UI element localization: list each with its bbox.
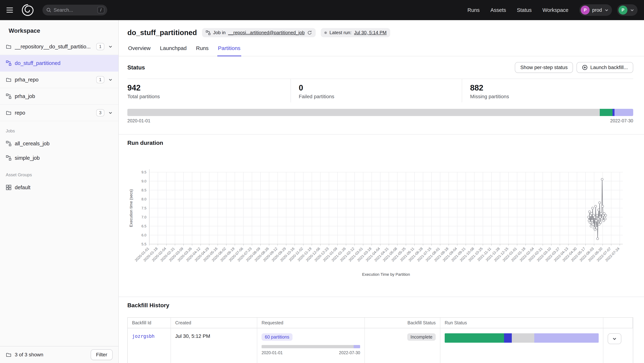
run-duration-chart-wrap: 5.56.06.57.07.58.08.59.09.52020-01-01202… xyxy=(127,150,644,280)
requested-partitions-tag[interactable]: 60 partitions xyxy=(262,333,292,341)
svg-text:6.5: 6.5 xyxy=(142,224,146,228)
job-header: do_stuff_partitioned Job in __reposi...a… xyxy=(119,20,644,37)
svg-text:8.5: 8.5 xyxy=(142,188,146,192)
stat-total-partitions: 942 Total partitions xyxy=(127,79,290,102)
latest-run-label: Latest run: xyxy=(330,30,352,36)
sidebar-item-prha-repo[interactable]: prha_repo 1 xyxy=(0,72,118,88)
svg-text:8.0: 8.0 xyxy=(142,197,146,201)
reload-icon[interactable] xyxy=(307,30,312,35)
chevron-down-icon[interactable] xyxy=(108,110,113,116)
sidebar-footer: 3 of 3 shown Filter xyxy=(0,346,118,363)
folder-icon xyxy=(6,110,12,116)
stat-value: 942 xyxy=(127,83,290,92)
nav-workspace[interactable]: Workspace xyxy=(542,7,568,13)
page-title: do_stuff_partitioned xyxy=(127,28,197,37)
col-created: Created xyxy=(171,318,257,328)
partition-status-bar-wrap: 2020-01-01 2022-07-30 xyxy=(127,109,633,124)
jobs-section-label: Jobs xyxy=(0,121,118,136)
table-row-cell-requested: 60 partitions 2020-01-01 2022-07-30 xyxy=(257,328,365,363)
user-menu[interactable]: P xyxy=(617,4,638,16)
asset-group-icon xyxy=(6,184,12,190)
partition-range-end: 2022-07-30 xyxy=(610,118,633,124)
launch-backfill-button[interactable]: Launch backfill... xyxy=(576,62,633,73)
chevron-down-icon[interactable] xyxy=(108,44,113,50)
table-row-cell-status: Incomplete xyxy=(365,328,440,363)
job-icon xyxy=(206,30,211,35)
partition-status-bar[interactable] xyxy=(127,109,633,116)
sidebar-item-label: prha_repo xyxy=(15,77,93,83)
svg-text:7.5: 7.5 xyxy=(142,206,146,210)
table-row-cell-id: jozrgsbh xyxy=(128,328,171,363)
count-badge: 1 xyxy=(96,43,104,50)
search-input[interactable] xyxy=(54,8,95,13)
expand-row-button[interactable] xyxy=(608,333,621,344)
stat-failed-partitions: 0 Failed partitions xyxy=(290,79,462,102)
table-row-cell-actions xyxy=(603,328,633,363)
svg-text:9.5: 9.5 xyxy=(142,170,146,174)
sidebar-item-label: do_stuff_partitioned xyxy=(15,60,113,66)
tab-runs[interactable]: Runs xyxy=(195,44,210,56)
nav-assets[interactable]: Assets xyxy=(490,7,506,13)
folder-icon xyxy=(6,77,12,82)
sidebar-item-prha-job[interactable]: prha_job xyxy=(0,88,118,105)
run-duration-title: Run duration xyxy=(127,140,633,146)
partition-stats: 942 Total partitions 0 Failed partitions… xyxy=(127,78,633,102)
tab-launchpad[interactable]: Launchpad xyxy=(159,44,187,56)
nav-status[interactable]: Status xyxy=(517,7,532,13)
svg-text:5.5: 5.5 xyxy=(142,242,146,246)
stat-label: Missing partitions xyxy=(470,94,633,100)
table-row-cell-created: Jul 30, 5:12 PM xyxy=(171,328,257,363)
sidebar-item-all-cereals-job[interactable]: all_cereals_job xyxy=(0,136,118,151)
stat-value: 882 xyxy=(470,83,633,92)
execution-time-chart: 5.56.06.57.07.58.08.59.09.52020-01-01202… xyxy=(127,150,633,279)
col-backfill-id: Backfill Id xyxy=(128,318,171,328)
backfill-status-badge: Incomplete xyxy=(407,333,436,341)
status-title: Status xyxy=(127,64,145,71)
plus-circle-icon xyxy=(582,64,588,70)
col-actions xyxy=(603,318,633,328)
chevron-down-icon[interactable] xyxy=(108,77,113,82)
requested-range-end: 2022-07-30 xyxy=(339,350,360,355)
tab-partitions[interactable]: Partitions xyxy=(217,44,241,56)
show-per-step-status-button[interactable]: Show per-step status xyxy=(515,62,573,73)
backfill-id-link[interactable]: jozrgsbh xyxy=(132,334,154,339)
sidebar-item-repository[interactable]: __repository__do_stuff_partitio... 1 xyxy=(0,38,118,55)
col-requested: Requested xyxy=(257,318,365,328)
count-badge: 1 xyxy=(96,76,104,83)
svg-text:6.0: 6.0 xyxy=(142,233,146,237)
svg-text:9.0: 9.0 xyxy=(142,179,146,183)
tab-overview[interactable]: Overview xyxy=(127,44,151,56)
stat-label: Total partitions xyxy=(127,94,290,100)
deployment-switcher[interactable]: P prod xyxy=(579,4,612,16)
shown-count: 3 of 3 shown xyxy=(15,352,88,358)
sidebar-item-default-asset-group[interactable]: default xyxy=(0,180,118,195)
col-run-status: Run Status xyxy=(440,318,603,328)
topbar: / Runs Assets Status Workspace P prod P xyxy=(0,0,644,20)
dagster-app: / Runs Assets Status Workspace P prod P … xyxy=(0,0,644,363)
search-box[interactable]: / xyxy=(42,5,107,16)
latest-run-time[interactable]: Jul 30, 5:14 PM xyxy=(354,30,386,36)
backfill-history-title: Backfill History xyxy=(127,302,633,309)
backfill-table: Backfill Id Created Requested Backfill S… xyxy=(127,317,633,363)
sidebar-item-simple-job[interactable]: simple_job xyxy=(0,151,118,165)
sidebar-item-label: prha_job xyxy=(15,93,113,99)
sidebar-item-label: default xyxy=(15,184,30,190)
count-badge: 3 xyxy=(96,109,104,116)
sidebar-item-repo[interactable]: repo 3 xyxy=(0,105,118,121)
user-avatar: P xyxy=(618,6,628,14)
filter-button[interactable]: Filter xyxy=(91,349,112,360)
job-location-prefix: Job in xyxy=(213,30,226,36)
nav-runs[interactable]: Runs xyxy=(467,7,480,13)
menu-icon[interactable] xyxy=(6,6,16,15)
sidebar-item-do-stuff-partitioned[interactable]: do_stuff_partitioned xyxy=(0,55,118,72)
run-status-bar[interactable] xyxy=(445,333,599,343)
job-icon xyxy=(6,141,12,146)
stat-label: Failed partitions xyxy=(299,94,462,100)
run-duration-section: Run duration xyxy=(119,134,644,146)
dagster-logo[interactable] xyxy=(21,3,34,17)
job-icon xyxy=(6,155,12,161)
folder-icon xyxy=(6,352,12,358)
job-location-link[interactable]: __reposi...artitioned@partitioned_job xyxy=(228,30,304,36)
deployment-name: prod xyxy=(592,8,602,13)
search-shortcut: / xyxy=(98,7,104,13)
